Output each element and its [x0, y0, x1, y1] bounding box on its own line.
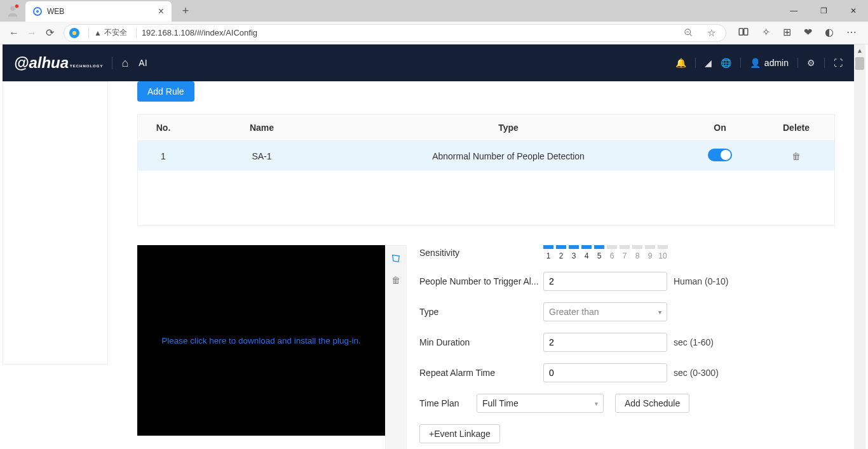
- video-preview: Please click here to download and instal…: [137, 245, 385, 436]
- time-plan-value: Full Time: [482, 398, 519, 408]
- left-sidebar: [3, 81, 108, 365]
- minimize-button[interactable]: —: [779, 0, 809, 22]
- clear-region-icon[interactable]: 🗑: [391, 275, 400, 285]
- col-name: Name: [189, 115, 335, 140]
- config-form: Sensitivity 12345678910 People Number to…: [419, 245, 835, 449]
- url-text: 192.168.1.108/#/index/AIConfig: [142, 28, 257, 37]
- sensitivity-label: Sensitivity: [419, 248, 543, 258]
- people-number-input[interactable]: [543, 272, 667, 291]
- browser-tab-bar: WEB × + — ❐ ✕: [0, 0, 868, 22]
- forward-button: →: [23, 24, 41, 42]
- refresh-button[interactable]: ⟳: [41, 24, 58, 42]
- security-label: 不安全: [104, 27, 127, 38]
- alarm-icon[interactable]: ◢: [705, 58, 712, 68]
- browser-nav-bar: ← → ⟳ ▲ 不安全 192.168.1.108/#/index/AIConf…: [0, 22, 868, 44]
- window-controls: — ❐ ✕: [779, 0, 868, 22]
- type-label: Type: [419, 307, 543, 317]
- home-icon[interactable]: ⌂: [121, 57, 128, 70]
- repeat-alarm-hint: sec (0-300): [674, 368, 719, 378]
- brand-logo: @alhua TECHNOLOGY: [14, 54, 103, 72]
- svg-point-0: [10, 6, 15, 11]
- table-header: No. Name Type On Delete: [138, 115, 834, 141]
- fullscreen-icon[interactable]: ⛶: [834, 58, 843, 68]
- sensitivity-slider[interactable]: 12345678910: [543, 245, 668, 260]
- tab-favicon: [33, 7, 42, 16]
- type-select-value: Greater than: [549, 307, 599, 317]
- back-button[interactable]: ←: [5, 24, 23, 42]
- cell-name: SA-1: [189, 144, 335, 169]
- rules-table: No. Name Type On Delete 1 SA-1 Abnormal …: [137, 114, 835, 226]
- cell-delete: 🗑: [758, 144, 834, 169]
- cell-no: 1: [138, 144, 189, 169]
- main-content: Add Rule No. Name Type On Delete 1 SA-1 …: [118, 81, 854, 449]
- app-header: @alhua TECHNOLOGY ⌂ AI 🔔 ◢ 🌐 👤 admin ⚙ ⛶: [3, 44, 854, 81]
- plugin-download-link[interactable]: Please click here to download and instal…: [161, 336, 361, 345]
- scroll-thumb[interactable]: [855, 57, 864, 70]
- svg-rect-6: [744, 28, 748, 35]
- more-icon[interactable]: ⋯: [846, 26, 857, 40]
- col-type: Type: [335, 115, 682, 140]
- type-select[interactable]: Greater than ▾: [543, 302, 667, 321]
- page-scrollbar[interactable]: ▲: [854, 44, 865, 449]
- video-toolbar: 🗑: [385, 245, 407, 449]
- col-no: No.: [138, 115, 189, 140]
- people-number-label: People Number to Trigger Al...: [419, 276, 543, 286]
- user-menu[interactable]: 👤 admin: [750, 58, 789, 68]
- security-indicator[interactable]: ▲ 不安全: [94, 27, 127, 38]
- min-duration-label: Min Duration: [419, 337, 543, 347]
- time-plan-select[interactable]: Full Time ▾: [477, 394, 604, 413]
- min-duration-hint: sec (1-60): [674, 337, 714, 347]
- close-window-button[interactable]: ✕: [838, 0, 868, 22]
- event-linkage-button[interactable]: +Event Linkage: [419, 424, 500, 443]
- collections-icon[interactable]: ⊞: [783, 26, 791, 40]
- new-tab-button[interactable]: +: [177, 4, 194, 18]
- svg-point-1: [15, 4, 18, 8]
- ie-reload-icon[interactable]: ◐: [825, 26, 834, 40]
- warning-icon: ▲: [94, 29, 102, 37]
- col-on: On: [682, 115, 758, 140]
- browser-tab[interactable]: WEB ×: [25, 1, 172, 22]
- bell-icon[interactable]: 🔔: [675, 58, 686, 68]
- scroll-up-arrow[interactable]: ▲: [854, 44, 865, 56]
- min-duration-input[interactable]: [543, 333, 667, 352]
- people-number-hint: Human (0-10): [674, 276, 728, 286]
- table-empty-space: [138, 171, 834, 225]
- tab-close-icon[interactable]: ×: [158, 6, 164, 17]
- cell-on: [682, 141, 758, 171]
- ie-mode-icon: [69, 28, 79, 38]
- cell-type: Abnormal Number of People Detection: [335, 144, 682, 169]
- repeat-alarm-label: Repeat Alarm Time: [419, 368, 543, 378]
- table-row[interactable]: 1 SA-1 Abnormal Number of People Detecti…: [138, 141, 834, 171]
- draw-region-icon[interactable]: [391, 253, 401, 266]
- repeat-alarm-input[interactable]: [543, 363, 667, 382]
- extensions-icon[interactable]: ❤: [804, 26, 812, 40]
- address-bar[interactable]: ▲ 不安全 192.168.1.108/#/index/AIConfig ☆: [64, 24, 726, 42]
- time-plan-label: Time Plan: [419, 398, 477, 408]
- zoom-icon[interactable]: [682, 27, 694, 39]
- gear-icon[interactable]: ⚙: [807, 58, 815, 68]
- svg-line-3: [689, 34, 691, 36]
- add-schedule-button[interactable]: Add Schedule: [615, 394, 689, 413]
- favorites-bar-icon[interactable]: ✧: [762, 26, 770, 40]
- rule-on-toggle[interactable]: [708, 149, 732, 161]
- nav-ai[interactable]: AI: [139, 58, 147, 68]
- delete-icon[interactable]: 🗑: [792, 151, 801, 161]
- svg-rect-5: [739, 28, 743, 35]
- globe-icon[interactable]: 🌐: [721, 58, 731, 68]
- add-rule-button[interactable]: Add Rule: [137, 81, 194, 102]
- user-name: admin: [764, 58, 789, 68]
- profile-badge[interactable]: [0, 0, 25, 22]
- user-icon: 👤: [750, 58, 761, 68]
- col-delete: Delete: [758, 115, 834, 140]
- tab-title: WEB: [47, 7, 158, 16]
- svg-marker-7: [393, 255, 400, 262]
- chevron-down-icon: ▾: [658, 309, 661, 316]
- split-screen-icon[interactable]: [738, 26, 749, 40]
- chevron-down-icon: ▾: [595, 400, 598, 407]
- maximize-button[interactable]: ❐: [809, 0, 839, 22]
- favorite-icon[interactable]: ☆: [705, 27, 717, 39]
